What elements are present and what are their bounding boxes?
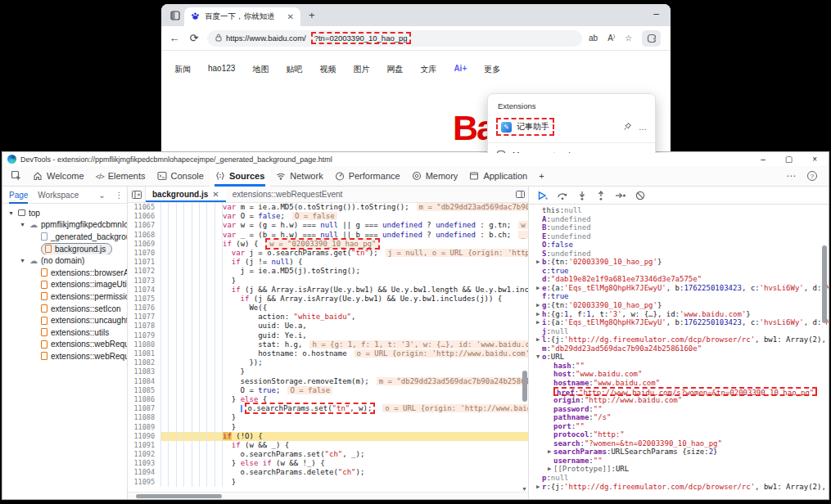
devtools-minimize-button[interactable]: – xyxy=(761,155,766,164)
browser-essentials-icon[interactable] xyxy=(642,30,661,47)
code-area[interactable]: 11065var m = ie.a.MD5(o.toString()).toSt… xyxy=(128,203,528,492)
expand-arrow-icon[interactable]: ▶ xyxy=(534,318,542,327)
line-number[interactable]: 11067 xyxy=(128,221,160,230)
nav-link[interactable]: Ai+ xyxy=(454,64,467,75)
scope-row-b[interactable]: ▶b: {tn: '02003390_10_hao_pg'} xyxy=(529,258,829,267)
browser-tab[interactable]: 百度一下，你就知道 ✕ xyxy=(184,7,300,26)
tree-item-top[interactable]: ▾top xyxy=(2,207,127,219)
line-number[interactable]: 11091 xyxy=(128,441,160,450)
line-number[interactable]: 11079 xyxy=(128,331,160,340)
code-line-11087[interactable]: 11087o.searchParams.set("tn", w);o = URL… xyxy=(128,404,528,413)
pin-icon[interactable] xyxy=(623,122,632,133)
manage-extensions-item[interactable]: Manage extensions xyxy=(488,147,655,153)
favorites-star-icon[interactable]: ☆ xyxy=(625,34,632,43)
tree-item-extensions-webrequest[interactable]: extensions::webRequest xyxy=(2,339,127,351)
address-bar[interactable]: https://www.baidu.com/?tn=02003390_10_ha… xyxy=(207,30,582,47)
line-number[interactable]: 11071 xyxy=(128,258,160,267)
devtools-close-button[interactable]: × xyxy=(812,155,817,164)
code-line-11076[interactable]: 11076We({ xyxy=(128,304,528,313)
scope-row-l[interactable]: ▶l: {j: 'http://dg.fireemulator.com/dcp/… xyxy=(529,335,829,344)
step-into-icon[interactable] xyxy=(577,191,587,200)
code-line-11077[interactable]: 11077action: "white_baidu", xyxy=(128,313,528,322)
step-icon[interactable] xyxy=(615,191,626,200)
line-number[interactable]: 11073 xyxy=(128,277,160,286)
scope-row-o[interactable]: ▼o: URL xyxy=(529,353,829,362)
line-number[interactable]: 11086 xyxy=(128,395,160,404)
expand-arrow-icon[interactable]: ▶ xyxy=(545,448,553,457)
tree-item-extensions-uncaught-ex-[interactable]: extensions::uncaught_ex... xyxy=(2,314,127,326)
line-number[interactable]: 11083 xyxy=(128,367,160,376)
scope-row--prototype-[interactable]: ▶[[Prototype]]: URL xyxy=(529,465,829,474)
line-number[interactable]: 11074 xyxy=(128,286,160,295)
code-line-11079[interactable]: 11079guid: Ye.i, xyxy=(128,331,528,340)
code-line-11083[interactable]: 11083} xyxy=(128,367,528,376)
code-line-11093[interactable]: 11093} else if (w && !_) { xyxy=(128,459,528,468)
code-line-11081[interactable]: 11081hostname: o.hostnameo = URL {origin… xyxy=(128,349,528,358)
tree-item--no-domain-[interactable]: ▾☁(no domain) xyxy=(2,254,127,267)
devtools-maximize-button[interactable]: ▢ xyxy=(785,155,793,164)
code-line-11069[interactable]: 11069if (w) {w = "02003390_10_hao_pg" xyxy=(128,240,528,249)
expand-arrow-icon[interactable]: ▶ xyxy=(534,335,542,344)
refresh-icon[interactable]: ⟳ xyxy=(187,32,201,44)
line-number[interactable]: 11072 xyxy=(128,267,160,276)
scope-row-h[interactable]: ▶h: {g: 1, f: 1, t: '3', w: {…}, id: 'ww… xyxy=(529,310,829,319)
line-number[interactable]: 11080 xyxy=(128,340,160,349)
line-number[interactable]: 11089 xyxy=(128,423,160,432)
step-over-icon[interactable] xyxy=(557,191,568,200)
nav-link[interactable]: 网盘 xyxy=(386,64,403,75)
code-line-11066[interactable]: 11066var O = false;O = false xyxy=(128,212,528,221)
tree-item-background-js[interactable]: background.js xyxy=(2,243,127,255)
code-line-11080[interactable]: 11080stat: h.g,h = {g: 1, f: 1, t: '3', … xyxy=(128,340,528,349)
nav-link[interactable]: 贴吧 xyxy=(286,64,302,75)
scope-row-e[interactable]: ▶e: {a: 'Eqs_tElMg8QhpHk7JEwyU', b: 1762… xyxy=(529,284,829,293)
expand-arrow-icon[interactable]: ▶ xyxy=(534,284,542,293)
line-number[interactable]: 11065 xyxy=(128,203,160,212)
expand-arrow-icon[interactable]: ▾ xyxy=(19,221,26,228)
nav-link[interactable]: 地图 xyxy=(252,64,269,75)
chevron-down-icon[interactable]: ⌄ xyxy=(98,191,105,200)
line-number[interactable]: 11082 xyxy=(128,358,160,367)
code-line-11075[interactable]: 11075if (j && Array.isArray(Ue.y.bw1) &&… xyxy=(128,295,528,304)
line-number[interactable]: 11087 xyxy=(128,404,160,413)
scope-row-searchparams[interactable]: ▶searchParams: URLSearchParams {size: 2} xyxy=(529,448,829,457)
code-line-11073[interactable]: 11073} xyxy=(128,277,528,286)
line-number[interactable]: 11094 xyxy=(128,468,160,477)
line-number[interactable]: 11076 xyxy=(128,304,160,313)
browser-minimize-button[interactable]: – xyxy=(653,8,659,20)
scope-row-r[interactable]: ▶r: {j: 'http://dg.fireemulator.com/dcp/… xyxy=(529,483,829,492)
line-number[interactable]: 11070 xyxy=(128,249,160,258)
nav-link[interactable]: 新闻 xyxy=(174,64,191,75)
tree-item--generated-background-[interactable]: _generated_background... xyxy=(2,231,127,243)
expand-arrow-icon[interactable]: ▾ xyxy=(7,209,15,217)
code-line-11091[interactable]: 11091if (w && _) { xyxy=(128,441,528,450)
resume-icon[interactable] xyxy=(537,191,548,200)
line-number[interactable]: 11085 xyxy=(128,386,160,395)
expand-arrow-icon[interactable]: ▶ xyxy=(534,310,542,319)
devtools-tab-application[interactable]: Application xyxy=(463,166,533,187)
nav-link[interactable]: 视频 xyxy=(319,64,336,75)
tree-item-extensions-imageutil[interactable]: extensions::imageUtil xyxy=(2,279,127,291)
line-number[interactable]: 11066 xyxy=(128,212,160,221)
scope-row-g[interactable]: ▶g: {tn: '02003390_10_hao_pg'} xyxy=(529,301,829,310)
code-line-11070[interactable]: 11070var j = o.searchParams.get("tn");j … xyxy=(128,249,528,258)
line-number[interactable]: 11090 xyxy=(128,432,160,441)
tree-item-extensions-utils[interactable]: extensions::utils xyxy=(2,326,127,339)
devtools-more-icon[interactable]: ⋯ xyxy=(786,170,796,182)
expand-arrow-icon[interactable]: ▶ xyxy=(534,483,542,492)
horizontal-scrollbar[interactable] xyxy=(128,492,528,499)
back-icon[interactable]: ← xyxy=(168,32,181,44)
tab-close-icon[interactable]: ✕ xyxy=(212,190,219,199)
devtools-tab-welcome[interactable]: Welcome xyxy=(27,166,90,187)
code-line-11090[interactable]: 11090if (!O) { xyxy=(128,432,528,441)
code-line-11074[interactable]: 11074if (j && Array.isArray(Ue.y.bw1) &&… xyxy=(128,286,528,295)
line-number[interactable]: 11092 xyxy=(128,450,160,459)
expand-arrow-icon[interactable]: ▾ xyxy=(19,257,26,264)
line-number[interactable]: 11093 xyxy=(128,459,160,468)
code-line-11071[interactable]: 11071if (j != null) { xyxy=(128,258,528,267)
scope-row-i[interactable]: ▶i: {a: 'Eqs_tElMg8QhpHk7JEwyU', b: 1762… xyxy=(529,318,829,327)
line-number[interactable]: 11095 xyxy=(128,478,160,487)
line-number[interactable]: 11075 xyxy=(128,295,160,304)
translate-icon[interactable]: ab xyxy=(589,34,598,43)
line-number[interactable]: 11078 xyxy=(128,322,160,331)
line-number[interactable]: 11068 xyxy=(128,231,160,240)
